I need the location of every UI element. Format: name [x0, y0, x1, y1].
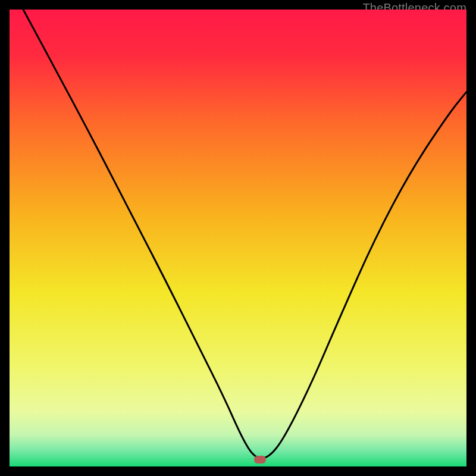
gradient-background: [10, 10, 466, 466]
optimal-point-marker: [254, 456, 266, 464]
chart-frame: TheBottleneck.com: [10, 10, 466, 466]
bottleneck-chart: [10, 10, 466, 466]
